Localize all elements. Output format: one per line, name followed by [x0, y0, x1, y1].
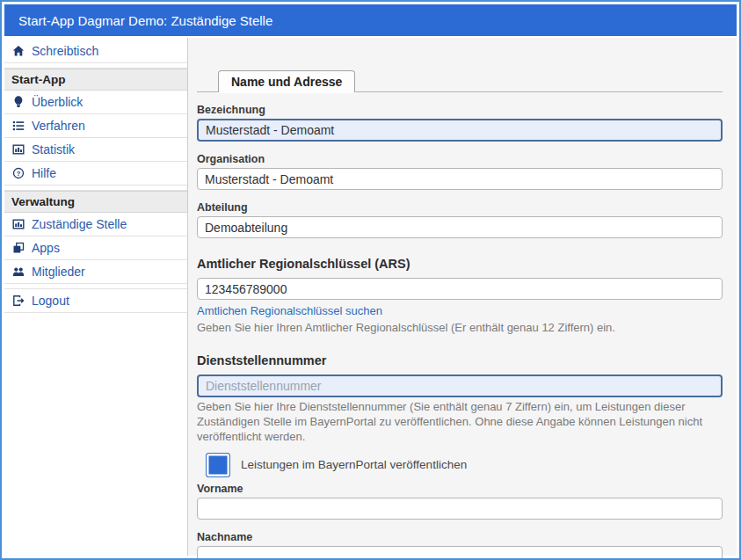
- sidebar-item-label: Hilfe: [32, 166, 56, 180]
- sidebar-item-hilfe[interactable]: ? Hilfe: [4, 162, 187, 185]
- sidebar-item-label: Verfahren: [32, 119, 85, 133]
- sidebar-section-verwaltung: Verwaltung: [4, 191, 187, 213]
- dienststellennummer-heading: Dienststellennummer: [197, 353, 723, 367]
- nachname-label: Nachname: [197, 531, 723, 543]
- chart-window-icon: [12, 218, 25, 230]
- sidebar-item-label: Überblick: [32, 95, 83, 109]
- abteilung-label: Abteilung: [197, 201, 723, 214]
- ars-heading: Amtlicher Regionalschlüssel (ARS): [197, 257, 723, 271]
- ars-input[interactable]: [197, 278, 723, 300]
- page-title: Start-App Dagmar Demo: Zuständige Stelle: [18, 13, 272, 28]
- sidebar-group-verwaltung: Verwaltung Zuständige Stelle Apps Mitgli…: [4, 190, 187, 284]
- nachname-input[interactable]: [197, 546, 723, 560]
- sidebar-item-label: Schreibtisch: [32, 44, 98, 58]
- sidebar-item-statistik[interactable]: Statistik: [4, 138, 187, 162]
- dienststellennummer-help-text: Geben Sie hier Ihre Dienststellennummer …: [197, 399, 723, 444]
- sidebar-item-label: Statistik: [32, 142, 75, 156]
- app-window: Start-App Dagmar Demo: Zuständige Stelle…: [4, 4, 737, 556]
- help-circle-icon: ?: [12, 167, 25, 179]
- sidebar-item-label: Logout: [32, 294, 69, 308]
- sidebar-item-label: Mitglieder: [32, 265, 85, 279]
- sidebar-group-startapp: Start-App Überblick Verfahren Statistik …: [4, 68, 187, 185]
- bayernportal-checkbox-label: Leistungen im BayernPortal veröffentlich…: [241, 458, 467, 471]
- balloon-icon: [12, 96, 25, 108]
- abteilung-input[interactable]: [197, 216, 723, 238]
- sidebar-item-apps[interactable]: Apps: [4, 236, 187, 260]
- sidebar-item-ueberblick[interactable]: Überblick: [4, 91, 187, 114]
- vorname-label: Vorname: [197, 483, 723, 495]
- tab-name-und-adresse[interactable]: Name und Adresse: [218, 70, 355, 92]
- sidebar-item-zustaendige-stelle[interactable]: Zuständige Stelle: [4, 213, 187, 236]
- bayernportal-checkbox-row: Leistungen im BayernPortal veröffentlich…: [206, 453, 723, 477]
- sidebar-section-startapp: Start-App: [4, 69, 187, 91]
- sidebar: Schreibtisch Start-App Überblick Verfahr…: [4, 38, 188, 556]
- main-content: Name und Adresse Bezeichnung Organisatio…: [188, 38, 737, 556]
- vorname-input[interactable]: [197, 498, 723, 520]
- bayernportal-checkbox[interactable]: [206, 453, 230, 477]
- home-icon: [12, 45, 25, 57]
- chart-window-icon: [12, 143, 25, 156]
- list-icon: [12, 120, 25, 132]
- sidebar-item-label: Zuständige Stelle: [32, 217, 127, 231]
- tab-bar: Name und Adresse: [197, 69, 723, 92]
- dienststellennummer-input[interactable]: [197, 375, 723, 397]
- sidebar-item-verfahren[interactable]: Verfahren: [4, 114, 187, 138]
- sidebar-item-schreibtisch[interactable]: Schreibtisch: [4, 40, 187, 63]
- logout-icon: [12, 295, 25, 307]
- organisation-label: Organisation: [197, 153, 723, 165]
- sidebar-group-top: Schreibtisch: [4, 40, 187, 63]
- app-header: Start-App Dagmar Demo: Zuständige Stelle: [4, 4, 737, 36]
- sidebar-item-label: Apps: [32, 241, 60, 255]
- ars-search-link[interactable]: Amtlichen Regionalschlüssel suchen: [197, 304, 382, 317]
- ars-help-text: Geben Sie hier Ihren Amtlicher Regionals…: [197, 320, 723, 335]
- people-icon: [12, 265, 25, 278]
- svg-text:?: ?: [17, 170, 21, 178]
- sidebar-item-mitglieder[interactable]: Mitglieder: [4, 260, 187, 284]
- stacked-squares-icon: [12, 242, 25, 254]
- bezeichnung-input[interactable]: [197, 119, 723, 142]
- sidebar-group-logout: Logout: [4, 288, 187, 313]
- sidebar-item-logout[interactable]: Logout: [4, 289, 187, 313]
- bezeichnung-label: Bezeichnung: [197, 104, 723, 116]
- organisation-input[interactable]: [197, 168, 723, 190]
